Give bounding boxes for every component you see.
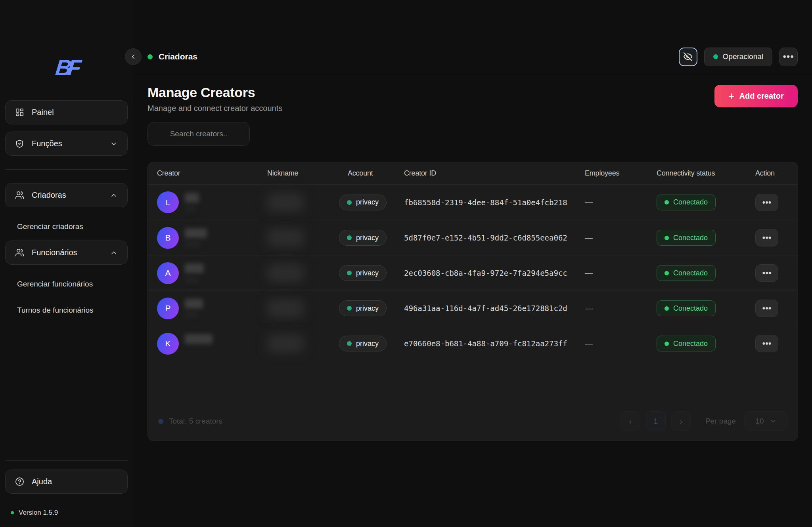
nickname-cell	[267, 229, 348, 247]
page-title: Manage Creators	[147, 85, 282, 100]
employees-value: —	[585, 339, 593, 348]
table-row[interactable]: L privacy fb68558d-2319-4dee-884f-51a0e4…	[148, 185, 798, 220]
breadcrumb-label: Criadoras	[159, 52, 197, 61]
prev-page-button[interactable]: ‹	[620, 411, 640, 431]
chevron-up-icon	[110, 191, 118, 199]
sidebar-divider	[5, 169, 128, 170]
creator-id-cell: fb68558d-2319-4dee-884f-51a0e4fcb218	[404, 198, 585, 207]
per-page-select[interactable]: 10	[745, 411, 787, 431]
privacy-dot	[347, 235, 352, 240]
sidebar-subitem-gerenciar-funcionarios[interactable]: Gerenciar funcionários	[5, 272, 128, 296]
redacted-name-line	[185, 193, 199, 203]
chevron-down-icon	[770, 418, 777, 425]
sidebar-item-label: Painel	[32, 108, 54, 117]
redacted-nickname	[267, 299, 304, 317]
creator-cell: A	[157, 262, 267, 284]
nickname-cell	[267, 193, 348, 212]
column-header-employees: Employees	[585, 169, 657, 178]
creator-id: 496a31aa-116d-4a7f-ad45-26e172881c2d	[404, 304, 567, 313]
sidebar-subitem-gerenciar-criadoras[interactable]: Gerenciar criadoras	[5, 214, 128, 239]
toggle-visibility-button[interactable]	[679, 48, 697, 66]
redacted-name	[185, 228, 207, 247]
redacted-name-subline	[185, 276, 199, 283]
employees-value: —	[585, 198, 593, 207]
avatar-initial: A	[165, 268, 170, 278]
system-status-pill[interactable]: Operacional	[704, 48, 772, 66]
creator-id: e70660e8-b681-4a88-a709-fc812aa273ff	[404, 339, 567, 348]
row-actions-button[interactable]: •••	[755, 335, 778, 352]
topbar-actions: Operacional •••	[679, 48, 798, 66]
add-creator-label: Add creator	[739, 92, 783, 101]
row-actions-button[interactable]: •••	[755, 194, 778, 211]
chevron-left-icon	[130, 53, 137, 60]
avatar: K	[157, 333, 179, 355]
sidebar-item-label: Funcionários	[32, 248, 77, 257]
ellipsis-icon: •••	[762, 339, 771, 348]
sidebar-item-painel[interactable]: Painel	[5, 100, 128, 124]
row-actions-button[interactable]: •••	[755, 229, 778, 246]
avatar: P	[157, 298, 179, 319]
table-row[interactable]: P privacy 496a31aa-116d-4a7f-ad45-26e172…	[148, 290, 798, 326]
table-row[interactable]: K privacy e70660e8-b681-4a88-a709-fc812a…	[148, 326, 798, 361]
employees-value: —	[585, 304, 593, 313]
avatar: B	[157, 227, 179, 249]
creator-cell: B	[157, 227, 267, 249]
connectivity-cell: Conectado	[657, 300, 755, 316]
help-circle-icon	[15, 477, 24, 486]
redacted-name-line	[185, 264, 204, 273]
page-number-button[interactable]: 1	[646, 411, 666, 431]
add-creator-button[interactable]: + Add creator	[714, 85, 798, 107]
page-subtitle: Manage and connect creator accounts	[147, 104, 282, 113]
account-badge: privacy	[339, 265, 387, 281]
version-status-dot	[11, 511, 14, 514]
privacy-dot	[347, 200, 352, 205]
account-badge-label: privacy	[356, 269, 379, 277]
creator-id: fb68558d-2319-4dee-884f-51a0e4fcb218	[404, 198, 567, 207]
page-head-text: Manage Creators Manage and connect creat…	[147, 85, 282, 113]
account-badge: privacy	[339, 230, 387, 246]
nickname-cell	[267, 264, 348, 282]
redacted-name-line	[185, 299, 203, 309]
sidebar-bottom: Ajuda Version 1.5.9	[5, 460, 128, 527]
ellipsis-icon: •••	[783, 52, 794, 61]
account-cell: privacy	[348, 265, 404, 281]
sidebar-item-funcoes[interactable]: Funções	[5, 132, 128, 156]
row-actions-button[interactable]: •••	[755, 300, 778, 317]
sidebar-subitem-turnos[interactable]: Turnos de funcionários	[5, 298, 128, 323]
topbar-more-button[interactable]: •••	[779, 48, 798, 66]
connected-dot	[665, 342, 669, 346]
employees-value: —	[585, 233, 593, 242]
next-page-button[interactable]: ›	[671, 411, 691, 431]
avatar-initial: B	[165, 233, 170, 242]
connectivity-badge: Conectado	[657, 195, 716, 210]
logo-wrap: BF	[5, 0, 128, 100]
employees-cell: —	[585, 304, 657, 313]
column-header-account: Account	[348, 169, 404, 178]
avatar-initial: L	[166, 198, 170, 207]
sidebar-item-label: Funções	[32, 139, 62, 148]
account-badge-label: privacy	[356, 304, 379, 313]
sidebar-item-ajuda[interactable]: Ajuda	[5, 470, 128, 494]
breadcrumb: Criadoras	[147, 52, 197, 61]
connectivity-badge: Conectado	[657, 336, 716, 351]
redacted-nickname	[267, 264, 304, 282]
privacy-dot	[347, 306, 352, 311]
connectivity-label: Conectado	[673, 234, 708, 242]
ellipsis-icon: •••	[762, 304, 771, 313]
status-label: Operacional	[723, 52, 763, 61]
table-row[interactable]: A privacy 2ec03608-cb8a-4fa9-972e-7fa294…	[148, 255, 798, 290]
column-header-connectivity: Connectivity status	[657, 169, 755, 178]
connectivity-cell: Conectado	[657, 265, 755, 281]
sidebar-collapse-button[interactable]	[125, 48, 142, 65]
account-badge-label: privacy	[356, 198, 379, 206]
connected-dot	[665, 306, 669, 311]
sidebar-item-criadoras[interactable]: Criadoras	[5, 183, 128, 207]
search-input[interactable]	[147, 122, 250, 146]
ellipsis-icon: •••	[762, 233, 771, 242]
table-row[interactable]: B privacy 5d87f0e7-e152-4b51-9dd2-c6d855…	[148, 220, 798, 255]
users-icon	[15, 248, 24, 257]
row-actions-button[interactable]: •••	[755, 264, 778, 282]
nickname-cell	[267, 299, 348, 317]
sidebar-item-funcionarios[interactable]: Funcionários	[5, 241, 128, 265]
sidebar-item-label: Ajuda	[32, 477, 52, 486]
